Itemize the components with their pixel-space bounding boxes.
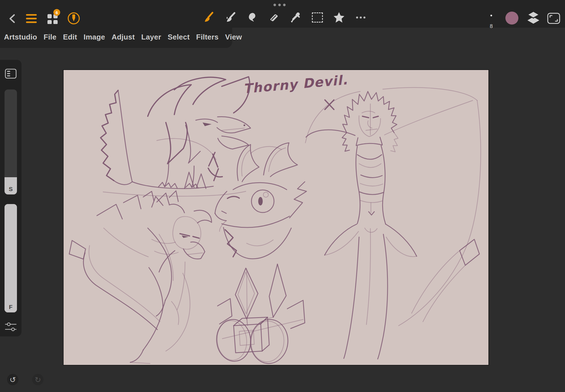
undo-button[interactable]: ↺ [7, 374, 18, 385]
wet-brush-tool-button[interactable] [224, 11, 237, 24]
redo-icon: ↻ [35, 376, 41, 384]
smudge-tool-button[interactable] [245, 11, 258, 24]
panel-toggle-icon [5, 69, 17, 79]
eyedropper-icon [289, 11, 302, 24]
brush-flow-slider[interactable]: F [5, 204, 17, 312]
fullscreen-icon [547, 13, 560, 24]
window-handle-dots-icon[interactable] [273, 4, 286, 6]
eraser-tool-button[interactable] [267, 11, 280, 24]
wet-brush-icon [224, 11, 237, 24]
brush-flow-slider-label: F [5, 304, 17, 310]
sketch-anthro-dragon [69, 191, 212, 363]
back-chevron-icon [7, 13, 18, 24]
eraser-icon [267, 11, 280, 24]
ellipsis-icon [355, 16, 366, 19]
undo-icon: ↺ [10, 376, 16, 384]
slider-settings-button[interactable] [4, 321, 18, 333]
canvas-title-lettering: Thorny Devil. [243, 72, 349, 97]
menu-artstudio[interactable]: Artstudio [4, 33, 37, 41]
menu-filters[interactable]: Filters [196, 33, 218, 41]
artstudio-app: { "menubar": { "items": ["Artstudio","Fi… [0, 0, 565, 392]
gallery-badge: 6 [53, 9, 60, 16]
sketch-crystal-cart [215, 264, 305, 365]
eyedropper-tool-button[interactable] [289, 11, 302, 24]
brush-size-slider-label: S [5, 186, 17, 192]
fullscreen-button[interactable] [547, 12, 560, 25]
main-menu-button[interactable] [25, 12, 38, 25]
panel-toggle-button[interactable] [4, 67, 17, 80]
tool-strip [202, 11, 367, 24]
canvas[interactable]: Thorny Devil. [64, 70, 488, 365]
canvas-artwork[interactable]: Thorny Devil. [64, 70, 488, 365]
menu-bar: Artstudio File Edit Image Adjust Layer S… [4, 27, 242, 47]
brush-size-slider[interactable]: S [5, 89, 17, 194]
menu-adjust[interactable]: Adjust [112, 33, 135, 41]
hamburger-icon [26, 14, 37, 23]
adjust-sliders-icon [5, 321, 17, 332]
layers-icon [527, 11, 540, 24]
brush-flow-slider-fill [5, 204, 17, 312]
paintbrush-tool-button[interactable] [202, 11, 215, 24]
stylus-icon [67, 12, 80, 25]
menu-select[interactable]: Select [168, 33, 190, 41]
star-icon [333, 11, 345, 24]
color-swatch[interactable] [505, 12, 518, 25]
menu-file[interactable]: File [44, 33, 56, 41]
layers-button[interactable] [527, 11, 540, 24]
brush-size-dot-icon [490, 15, 492, 16]
sketch-dragon-head [215, 143, 307, 259]
stylus-mode-button[interactable] [67, 12, 80, 25]
smudge-finger-icon [245, 11, 258, 24]
rect-select-tool-button[interactable] [311, 11, 324, 24]
more-tools-button[interactable] [354, 11, 367, 24]
back-button[interactable] [6, 12, 19, 25]
sketch-thorny-dragon [101, 77, 251, 196]
menu-view[interactable]: View [225, 33, 242, 41]
paintbrush-icon [202, 11, 215, 24]
sketch-winged-figure [305, 87, 481, 359]
menu-layer[interactable]: Layer [141, 33, 161, 41]
menu-edit[interactable]: Edit [63, 33, 77, 41]
brush-size-value: 8 [488, 23, 495, 29]
marquee-icon [312, 12, 323, 23]
favorites-tool-button[interactable] [333, 11, 345, 24]
redo-button[interactable]: ↻ [32, 374, 44, 385]
menu-image[interactable]: Image [84, 33, 105, 41]
